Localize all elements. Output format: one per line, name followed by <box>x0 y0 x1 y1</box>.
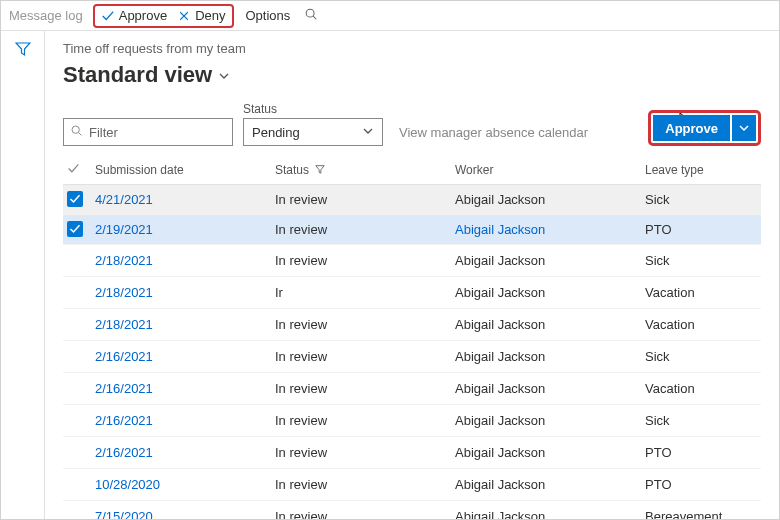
check-icon <box>67 283 83 299</box>
row-checkbox[interactable] <box>63 215 91 245</box>
deny-label: Deny <box>195 8 225 23</box>
row-checkbox[interactable] <box>63 437 91 469</box>
cell-leave: PTO <box>641 469 761 501</box>
page-subtitle: Time off requests from my team <box>63 41 761 56</box>
row-checkbox[interactable] <box>63 309 91 341</box>
filter-input[interactable]: Filter <box>63 118 233 146</box>
status-select[interactable]: Pending <box>243 118 383 146</box>
table-row[interactable]: 4/21/2021In reviewAbigail JacksonSick <box>63 185 761 215</box>
funnel-icon[interactable] <box>15 41 31 519</box>
cell-date[interactable]: 2/18/2021 <box>91 309 271 341</box>
svg-line-3 <box>79 133 82 136</box>
check-icon <box>67 347 83 363</box>
approve-button[interactable]: Approve <box>653 115 730 141</box>
cell-status: In review <box>271 373 451 405</box>
cell-worker: Abigail Jackson <box>451 469 641 501</box>
header-status[interactable]: Status <box>271 156 451 185</box>
header-leave-type[interactable]: Leave type <box>641 156 761 185</box>
cell-worker: Abigail Jackson <box>451 309 641 341</box>
check-icon <box>67 475 83 491</box>
cell-leave: PTO <box>641 215 761 245</box>
search-icon <box>70 124 83 140</box>
status-filter: Status Pending <box>243 102 383 146</box>
cell-date[interactable]: 2/19/2021 <box>91 215 271 245</box>
cell-date[interactable]: 2/16/2021 <box>91 341 271 373</box>
cell-date[interactable]: 10/28/2020 <box>91 469 271 501</box>
table-row[interactable]: 10/28/2020In reviewAbigail JacksonPTO <box>63 469 761 501</box>
cell-worker: Abigail Jackson <box>451 245 641 277</box>
cell-status: Ir <box>271 277 451 309</box>
cell-date[interactable]: 2/16/2021 <box>91 405 271 437</box>
check-icon <box>101 9 115 23</box>
cell-date[interactable]: 2/18/2021 <box>91 245 271 277</box>
main-area: Time off requests from my team Standard … <box>1 31 779 519</box>
row-checkbox[interactable] <box>63 185 91 215</box>
check-icon <box>67 251 83 267</box>
cell-worker: Abigail Jackson <box>451 277 641 309</box>
cell-status: In review <box>271 405 451 437</box>
cell-status: In review <box>271 185 451 215</box>
cell-worker: Abigail Jackson <box>451 185 641 215</box>
cell-leave: Sick <box>641 185 761 215</box>
approve-dropdown[interactable] <box>732 115 756 141</box>
check-icon <box>67 443 83 459</box>
row-checkbox[interactable] <box>63 373 91 405</box>
row-checkbox[interactable] <box>63 405 91 437</box>
row-checkbox[interactable] <box>63 277 91 309</box>
header-submission-date[interactable]: Submission date <box>91 156 271 185</box>
approve-button-top[interactable]: Approve <box>101 8 167 23</box>
table-row[interactable]: 2/19/2021In reviewAbigail JacksonPTO <box>63 215 761 245</box>
deny-button-top[interactable]: Deny <box>177 8 225 23</box>
filter-rail <box>1 31 45 519</box>
table-row[interactable]: 2/16/2021In reviewAbigail JacksonVacatio… <box>63 373 761 405</box>
table-body: 4/21/2021In reviewAbigail JacksonSick2/1… <box>63 185 761 520</box>
cell-worker: Abigail Jackson <box>451 341 641 373</box>
approve-deny-group: Approve Deny <box>93 4 234 28</box>
content-pane: Time off requests from my team Standard … <box>45 31 779 519</box>
cell-leave: Sick <box>641 341 761 373</box>
check-icon <box>67 315 83 331</box>
filter-placeholder: Filter <box>89 125 118 140</box>
cell-date[interactable]: 2/18/2021 <box>91 277 271 309</box>
cell-status: In review <box>271 437 451 469</box>
cell-worker: Abigail Jackson <box>451 405 641 437</box>
approve-split-button: Approve <box>648 110 761 146</box>
table-row[interactable]: 2/18/2021In reviewAbigail JacksonVacatio… <box>63 309 761 341</box>
message-log-label: Message log <box>9 8 83 23</box>
chevron-down-icon <box>362 125 374 140</box>
cell-status: In review <box>271 215 451 245</box>
controls-row: Filter Status Pending View manager absen… <box>63 102 761 146</box>
table-row[interactable]: 7/15/2020In reviewAbigail JacksonBereave… <box>63 501 761 520</box>
cell-date[interactable]: 7/15/2020 <box>91 501 271 520</box>
cell-status: In review <box>271 245 451 277</box>
absence-calendar-link[interactable]: View manager absence calendar <box>399 125 588 146</box>
row-checkbox[interactable] <box>63 469 91 501</box>
header-worker[interactable]: Worker <box>451 156 641 185</box>
cell-leave: PTO <box>641 437 761 469</box>
svg-point-0 <box>307 9 315 17</box>
check-icon <box>67 162 80 175</box>
check-icon <box>67 379 83 395</box>
table-row[interactable]: 2/18/2021In reviewAbigail JacksonSick <box>63 245 761 277</box>
row-checkbox[interactable] <box>63 501 91 520</box>
table-row[interactable]: 2/16/2021In reviewAbigail JacksonSick <box>63 405 761 437</box>
check-icon <box>67 507 83 519</box>
select-all-header[interactable] <box>63 156 91 185</box>
check-icon <box>67 411 83 427</box>
page-title[interactable]: Standard view <box>63 62 761 88</box>
cell-date[interactable]: 4/21/2021 <box>91 185 271 215</box>
row-checkbox[interactable] <box>63 341 91 373</box>
table-header-row: Submission date Status Worker Leave type <box>63 156 761 185</box>
cell-leave: Vacation <box>641 373 761 405</box>
cell-date[interactable]: 2/16/2021 <box>91 437 271 469</box>
table-row[interactable]: 2/18/2021IrAbigail JacksonVacation <box>63 277 761 309</box>
cell-date[interactable]: 2/16/2021 <box>91 373 271 405</box>
table-row[interactable]: 2/16/2021In reviewAbigail JacksonPTO <box>63 437 761 469</box>
cell-leave: Vacation <box>641 309 761 341</box>
search-icon[interactable] <box>304 7 318 24</box>
x-icon <box>177 9 191 23</box>
table-row[interactable]: 2/16/2021In reviewAbigail JacksonSick <box>63 341 761 373</box>
cell-leave: Vacation <box>641 277 761 309</box>
row-checkbox[interactable] <box>63 245 91 277</box>
options-menu[interactable]: Options <box>246 8 291 23</box>
